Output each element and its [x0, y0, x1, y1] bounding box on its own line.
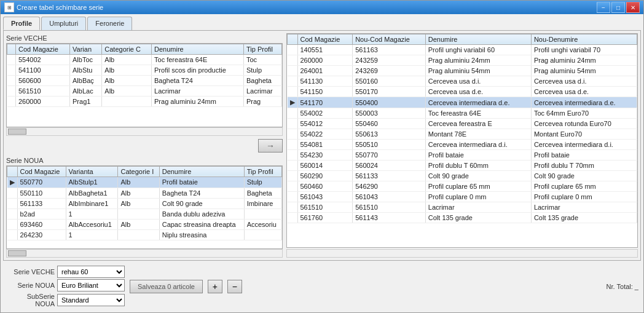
cod-cell: 560290	[297, 171, 353, 181]
col-arrow-veche	[7, 44, 16, 55]
subserie-select[interactable]: Standard	[57, 294, 125, 306]
serie-noua-select[interactable]: Euro Briliant	[57, 279, 125, 291]
table-row[interactable]: ▶ 541170 550400 Cercevea intermediara d.…	[288, 97, 637, 108]
denumire-cell: Prag aluminiu 24mm	[425, 55, 531, 66]
cod-cell: 550770	[17, 176, 66, 188]
table-row[interactable]: 541100 AlbStu Alb Profil scos din produc…	[7, 65, 282, 76]
table-row[interactable]: 693460 AlbAccesoriu1 Alb Capac streasina…	[7, 219, 282, 229]
cod-cell: 541150	[297, 87, 353, 97]
serie-noua-row: Serie NOUA Euro Briliant	[6, 279, 125, 291]
serie-veche-table-container[interactable]: Cod Magazie Varian Categorie C Denumire …	[6, 43, 283, 127]
denumire-cell: Profil dublu T 60mm	[425, 160, 531, 171]
tab-feronerie[interactable]: Feronerie	[87, 17, 132, 30]
tip-cell: Stulp	[243, 65, 281, 76]
nou-cod-cell: 550003	[353, 108, 426, 119]
col-tip-noua: Tip Profil	[244, 166, 281, 176]
variant-cell: AlbStulp1	[66, 176, 118, 188]
serie-noua-scrollbar[interactable]	[6, 249, 283, 258]
table-row[interactable]: 560290 561133 Colt 90 grade Colt 90 grad…	[288, 171, 637, 181]
right-scrollbar[interactable]	[286, 249, 638, 258]
table-row[interactable]: ▶ 550770 AlbStulp1 Alb Profil bataie Stu…	[7, 176, 282, 188]
table-row[interactable]: 264230 1 Niplu streasina	[7, 229, 282, 240]
table-row[interactable]: 554002 AlbToc Alb Toc fereastra 64E Toc	[7, 55, 282, 65]
serie-noua-table-container[interactable]: Cod Magazie Varianta Categorie I Denumir…	[6, 165, 283, 250]
table-row[interactable]: 554022 550613 Montant 78E Montant Euro70	[288, 129, 637, 140]
table-row[interactable]: 260000 243259 Prag aluminiu 24mm Prag al…	[288, 55, 637, 66]
variant-cell: AlbBagheta1	[66, 188, 118, 198]
table-row[interactable]: 264001 243269 Prag aluminiu 54mm Prag al…	[288, 66, 637, 76]
table-row[interactable]: 260000 Prag1 Prag aluminiu 24mm Prag	[7, 97, 282, 107]
right-table-container[interactable]: Cod Magazie Nou-Cod Magazie Denumire Nou…	[286, 33, 638, 248]
total-label: Nr. Total: _	[607, 283, 638, 290]
nou-cod-cell: 243269	[353, 66, 426, 76]
table-row[interactable]: 561043 561043 Profil cuplare 0 mm Profil…	[288, 192, 637, 202]
variant-cell: AlbToc	[70, 55, 102, 65]
transfer-arrow-button[interactable]: →	[258, 139, 283, 153]
categorie-cell: Alb	[118, 198, 159, 208]
table-row[interactable]: 561510 561510 Lacrimar Lacrimar	[288, 202, 637, 213]
save-button[interactable]: Salveaza 0 articole	[130, 280, 203, 293]
nou-cod-cell: 550770	[353, 150, 426, 160]
close-button[interactable]: ✕	[626, 2, 640, 13]
denumire-cell: Profil bataie	[159, 176, 244, 188]
remove-button[interactable]: −	[227, 280, 242, 293]
table-row[interactable]: 554230 550770 Profil bataie Profil batai…	[288, 150, 637, 160]
table-row[interactable]: 550110 AlbBagheta1 Alb Bagheta T24 Baghe…	[7, 188, 282, 198]
nou-cod-cell: 561143	[353, 213, 426, 223]
categorie-cell	[102, 97, 152, 107]
table-row[interactable]: 140551 561163 Profil unghi variabil 60 P…	[288, 45, 637, 55]
nou-denumire-cell: Lacrimar	[531, 202, 637, 213]
nou-denumire-cell: Cercevea usa d.i.	[531, 76, 637, 87]
cod-cell: 561043	[297, 192, 353, 202]
col-cod-noua: Cod Magazie	[17, 166, 66, 176]
denumire-cell: Bagheta T24	[152, 76, 244, 86]
serie-noua-field-label: Serie NOUA	[6, 282, 55, 289]
arrow-cell	[7, 208, 18, 219]
tab-bar: Profile Umpluturi Feronerie	[3, 17, 641, 30]
table-row[interactable]: 541150 550170 Cercevea usa d.e. Cercevea…	[288, 87, 637, 97]
serie-veche-field-label: Serie VECHE	[6, 268, 55, 275]
col-nou-den-right: Nou-Denumire	[531, 34, 637, 45]
table-row[interactable]: 560460 546290 Profil cuplare 65 mm Profi…	[288, 181, 637, 192]
cod-cell: 554002	[297, 108, 353, 119]
tab-umpluturi[interactable]: Umpluturi	[41, 17, 86, 30]
cod-cell: 561510	[16, 86, 70, 97]
table-row[interactable]: b2ad 1 Banda dublu adeziva	[7, 208, 282, 219]
nou-denumire-cell: Profil dublu T 70mm	[531, 160, 637, 171]
cod-cell: 554012	[297, 119, 353, 129]
window-icon: ⊞	[4, 2, 14, 12]
table-row[interactable]: 560014 560024 Profil dublu T 60mm Profil…	[288, 160, 637, 171]
cod-cell: 693460	[17, 219, 66, 229]
table-row[interactable]: 561133 AlbImbinare1 Alb Colt 90 grade Im…	[7, 198, 282, 208]
nou-cod-cell: 560024	[353, 160, 426, 171]
table-row[interactable]: 561760 561143 Colt 135 grade Colt 135 gr…	[288, 213, 637, 223]
nou-denumire-cell: Colt 90 grade	[531, 171, 637, 181]
tip-cell	[244, 208, 281, 219]
cod-cell: 541170	[297, 97, 353, 108]
denumire-cell: Profil unghi variabil 60	[425, 45, 531, 55]
minimize-button[interactable]: −	[597, 2, 610, 13]
col-nou-cod-right: Nou-Cod Magazie	[353, 34, 426, 45]
table-row[interactable]: 554002 550003 Toc fereastra 64E Toc 64mm…	[288, 108, 637, 119]
add-button[interactable]: +	[208, 280, 222, 293]
table-row[interactable]: 560600 AlbBaç Alb Bagheta T24 Bagheta	[7, 76, 282, 86]
variant-cell: AlbImbinare1	[66, 198, 118, 208]
table-row[interactable]: 541130 550160 Cercevea usa d.i. Cercevea…	[288, 76, 637, 87]
denumire-cell: Lacrimar	[152, 86, 244, 97]
tab-profile[interactable]: Profile	[3, 17, 40, 30]
nou-denumire-cell: Montant Euro70	[531, 129, 637, 140]
cod-cell: 554081	[297, 140, 353, 150]
arrow-cell	[288, 129, 298, 140]
table-row[interactable]: 561510 AlbLac Alb Lacrimar Lacrimar	[7, 86, 282, 97]
right-table-section: Cod Magazie Nou-Cod Magazie Denumire Nou…	[286, 33, 638, 258]
col-cat-veche: Categorie C	[102, 44, 152, 55]
serie-veche-scrollbar[interactable]	[6, 127, 283, 136]
restore-button[interactable]: □	[611, 2, 625, 13]
denumire-cell: Cercevea usa d.i.	[425, 76, 531, 87]
table-row[interactable]: 554081 550510 Cercevea intermediara d.i.…	[288, 140, 637, 150]
serie-veche-select[interactable]: rehau 60	[57, 266, 125, 278]
variant-cell: 1	[66, 229, 118, 240]
variant-cell: AlbLac	[70, 86, 102, 97]
table-row[interactable]: 554012 550460 Cercevea fereastra E Cerce…	[288, 119, 637, 129]
arrow-cell	[288, 76, 298, 87]
